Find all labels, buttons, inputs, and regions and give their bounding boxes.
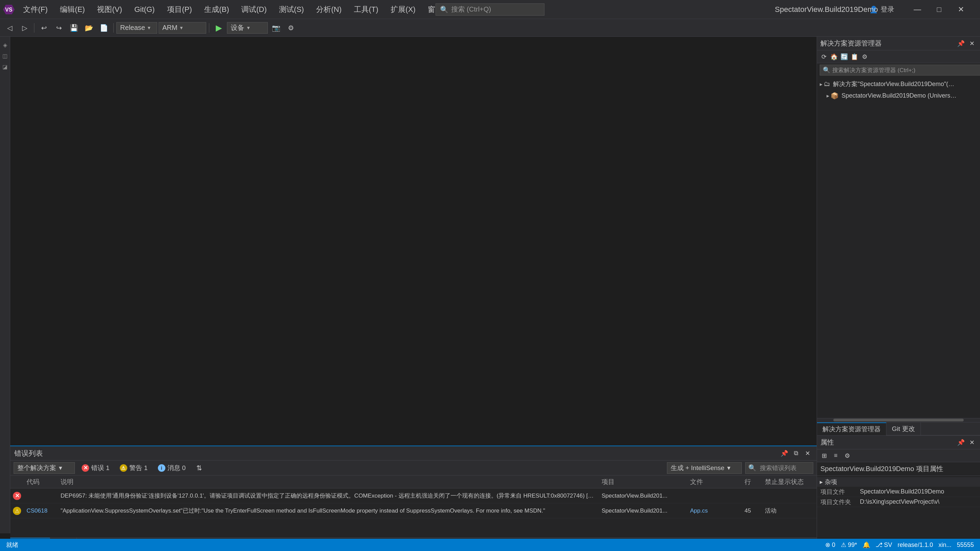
error-rows: ✕ DEP6957: 未能使用'通用身份验证'连接到设备'127.0.0.1'。…: [10, 488, 817, 537]
build-dropdown[interactable]: 生成 + IntelliSense ▾: [667, 462, 742, 474]
prop-btn-2[interactable]: ≡: [830, 451, 841, 460]
device-label: 设备: [231, 23, 244, 32]
se-tree: ▸ 🗂 解决方案"SpectatorView.Build2019Demo"(1 …: [817, 77, 980, 418]
user-label: 登录: [881, 5, 894, 14]
scope-dropdown[interactable]: 整个解决方案 ▾: [14, 462, 75, 474]
status-line-col[interactable]: 55555: [954, 539, 977, 551]
redo-button[interactable]: ↪: [52, 22, 66, 34]
error-row-2[interactable]: ⚠ CS0618 "ApplicationView.SuppressSystem…: [10, 503, 817, 518]
se-toolbar-btn-5[interactable]: ⚙: [860, 53, 869, 61]
device-dropdown[interactable]: 设备 ▾: [227, 22, 268, 34]
open-button[interactable]: 📂: [82, 22, 95, 34]
build-arrow-icon: ▾: [727, 464, 730, 472]
se-search-icon: 🔍: [823, 66, 830, 74]
undo-button[interactable]: ↩: [37, 22, 51, 34]
error-float-button[interactable]: ⧉: [791, 449, 801, 458]
menu-test[interactable]: 测试(S): [273, 0, 310, 19]
prop-btn-1[interactable]: ⊞: [819, 451, 829, 460]
error-pin-button[interactable]: 📌: [779, 449, 789, 458]
prop-subject: SpectatorView.Build2019Demo 项目属性: [817, 462, 980, 476]
status-branch[interactable]: ⎇ SV: [873, 539, 895, 551]
forward-button[interactable]: ▷: [18, 22, 31, 34]
error-count-status: ⊗ 0: [825, 541, 835, 549]
config-arrow-icon: ▾: [148, 24, 150, 31]
project-label: SpectatorView.Build2019Demo (Universal W…: [842, 92, 957, 99]
close-button[interactable]: ✕: [950, 3, 972, 16]
se-toolbar-btn-3[interactable]: 🔄: [840, 53, 849, 61]
left-sidebar: ◈ ◫ ◪: [0, 37, 10, 533]
se-toolbar-btn-2[interactable]: 🏠: [829, 53, 839, 61]
menu-analyze[interactable]: 分析(N): [310, 0, 348, 19]
se-toolbar-btn-4[interactable]: 📋: [850, 53, 859, 61]
error-count-badge[interactable]: ✕ 错误 1: [78, 462, 113, 474]
error-table-header: 代码 说明 项目 文件 行 禁止显示状态: [10, 475, 817, 488]
prop-btn-3[interactable]: ⚙: [842, 451, 853, 460]
tab-git-changes[interactable]: Git 更改: [886, 422, 921, 435]
error-count-label: 错误 1: [91, 464, 110, 472]
search-box[interactable]: 🔍 搜索 (Ctrl+Q): [436, 3, 544, 16]
svg-text:VS: VS: [5, 7, 13, 13]
minimize-button[interactable]: —: [907, 3, 928, 16]
se-search-box[interactable]: 🔍 搜索解决方案资源管理器 (Ctrl+;): [820, 65, 980, 76]
menu-build[interactable]: 生成(B): [198, 0, 235, 19]
col-suppress: 禁止显示状态: [762, 478, 817, 486]
prop-close-button[interactable]: ✕: [967, 438, 977, 446]
se-toolbar: ⟳ 🏠 🔄 📋 ⚙: [817, 50, 980, 63]
status-right: ⊗ 0 ⚠ 99* 🔔 ⎇ SV release/1.1.0 xin... 55…: [822, 539, 977, 551]
error-search-box[interactable]: 🔍 搜索错误列表: [745, 462, 813, 474]
tree-project-node[interactable]: ▸ 📦 SpectatorView.Build2019Demo (Univers…: [817, 90, 980, 102]
se-toolbar-btn-1[interactable]: ⟳: [819, 53, 829, 61]
toolbar-divider-3: [209, 23, 209, 33]
error-search-placeholder: 搜索错误列表: [760, 464, 797, 472]
se-horizontal-scrollbar[interactable]: [833, 419, 964, 421]
status-bar: 就绪 ⊗ 0 ⚠ 99* 🔔 ⎇ SV release/1.1.0 xin...…: [0, 539, 980, 551]
se-header: 解决方案资源管理器 📌 ✕: [817, 37, 980, 50]
config-dropdown[interactable]: Release ▾: [116, 22, 157, 34]
status-info[interactable]: 🔔: [860, 539, 873, 551]
error-filter-button[interactable]: ⇅: [192, 462, 206, 474]
error-close-button[interactable]: ✕: [802, 449, 813, 458]
menu-extensions[interactable]: 扩展(X): [385, 0, 422, 19]
tab-solution-explorer[interactable]: 解决方案资源管理器: [817, 422, 886, 435]
menu-file[interactable]: 文件(F): [17, 0, 54, 19]
menu-project[interactable]: 项目(P): [161, 0, 198, 19]
info-count-badge[interactable]: i 消息 0: [154, 462, 189, 474]
line-col-label: 55555: [957, 541, 974, 549]
menu-edit[interactable]: 编辑(E): [54, 0, 91, 19]
back-button[interactable]: ◁: [3, 22, 16, 34]
status-errors[interactable]: ⊗ 0: [822, 539, 838, 551]
screenshot-button[interactable]: 📷: [269, 22, 283, 34]
menu-view[interactable]: 视图(V): [91, 0, 128, 19]
status-encoding[interactable]: xin...: [936, 539, 954, 551]
menu-git[interactable]: Git(G): [128, 0, 161, 19]
menu-debug[interactable]: 调试(D): [235, 0, 273, 19]
prop-pin-button[interactable]: 📌: [956, 438, 966, 446]
run-button[interactable]: ▶: [212, 22, 226, 34]
platform-arrow-icon: ▾: [180, 24, 183, 31]
prop-toolbar: ⊞ ≡ ⚙: [817, 449, 980, 462]
toolbar: ◁ ▷ ↩ ↪ 💾 📂 📄 Release ▾ ARM ▾ ▶ 设备 ▾ 📷 ⚙: [0, 19, 980, 37]
status-warnings[interactable]: ⚠ 99*: [838, 539, 860, 551]
warn-type-icon: ⚠: [13, 507, 21, 515]
error-row-1[interactable]: ✕ DEP6957: 未能使用'通用身份验证'连接到设备'127.0.0.1'。…: [10, 488, 817, 503]
se-pin-button[interactable]: 📌: [956, 40, 966, 48]
se-close-button[interactable]: ✕: [967, 40, 977, 48]
search-placeholder: 搜索 (Ctrl+Q): [451, 5, 491, 14]
prop-table: ▸ 杂项 项目文件 SpectatorView.Build2019Demo 项目…: [817, 476, 980, 539]
maximize-button[interactable]: □: [928, 3, 950, 16]
error-row-2-line: 45: [742, 508, 762, 514]
status-ready[interactable]: 就绪: [3, 539, 21, 551]
project-icon: 📦: [830, 92, 839, 100]
properties-panel: 属性 📌 ✕ ⊞ ≡ ⚙ SpectatorView.Build2019Demo…: [817, 435, 980, 551]
menu-tools[interactable]: 工具(T): [348, 0, 385, 19]
warn-count-badge[interactable]: ⚠ 警告 1: [116, 462, 151, 474]
status-config[interactable]: release/1.1.0: [895, 539, 936, 551]
extra-button[interactable]: ⚙: [284, 22, 298, 34]
save-all-button[interactable]: 💾: [67, 22, 81, 34]
new-button[interactable]: 📄: [97, 22, 111, 34]
tree-solution-node[interactable]: ▸ 🗂 解决方案"SpectatorView.Build2019Demo"(1 …: [817, 78, 980, 90]
error-panel-header: 错误列表 📌 ⧉ ✕: [10, 446, 817, 460]
platform-dropdown[interactable]: ARM ▾: [159, 22, 206, 34]
title-bar-left: VS 文件(F) 编辑(E) 视图(V) Git(G) 项目(P) 生成(B) …: [0, 0, 498, 19]
info-count-label: 消息 0: [167, 464, 186, 472]
